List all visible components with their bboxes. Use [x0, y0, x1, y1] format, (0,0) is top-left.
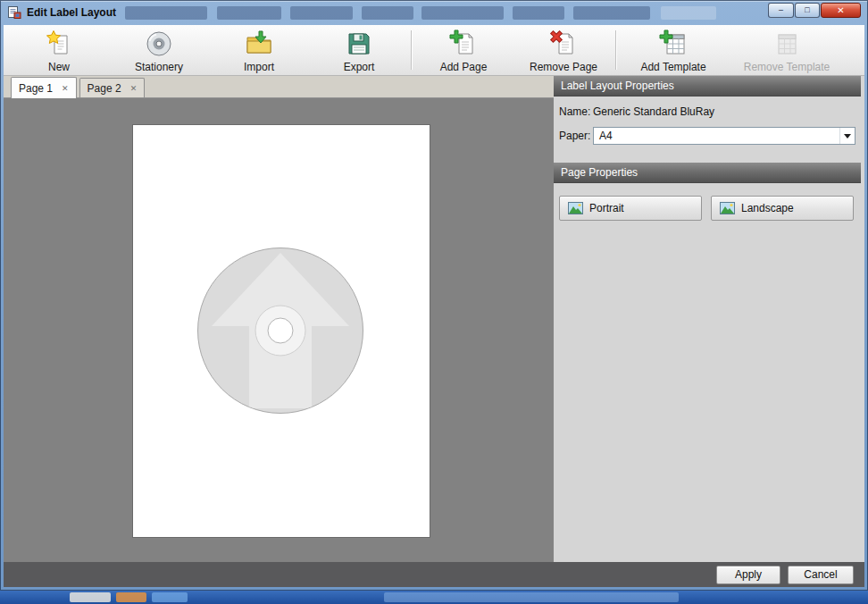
add-template-icon: [659, 29, 688, 58]
toolbar-separator: [411, 30, 412, 70]
toolbar-button-import[interactable]: Import: [209, 25, 309, 75]
screen: Edit Label Layout – □ ✕: [0, 0, 868, 604]
portrait-label: Portrait: [589, 202, 624, 214]
titlebar[interactable]: Edit Label Layout – □ ✕: [0, 0, 868, 25]
paper-select[interactable]: A4: [593, 127, 855, 145]
export-icon: [345, 29, 373, 58]
titlebar-glass-blur: [421, 6, 504, 20]
toolbar-button-remove-template: Remove Template: [729, 25, 845, 75]
new-icon: [45, 29, 73, 58]
chevron-down-icon: [844, 134, 851, 138]
toolbar-label: Stationery: [135, 61, 183, 73]
toolbar-button-remove-page[interactable]: Remove Page: [513, 25, 613, 75]
titlebar-glass-blur: [661, 6, 716, 20]
disc-label-preview[interactable]: [196, 246, 365, 415]
tab-close-icon[interactable]: ✕: [62, 84, 69, 93]
import-icon: [245, 29, 273, 58]
toolbar-label: Remove Page: [530, 61, 597, 73]
titlebar-glass-blur: [573, 6, 650, 20]
toolbar-label: New: [48, 61, 70, 73]
toolbar-label: Remove Template: [744, 61, 830, 73]
minimize-button[interactable]: –: [768, 3, 794, 18]
name-label: Name:: [559, 105, 593, 118]
maximize-button[interactable]: □: [795, 3, 820, 18]
main-area: Page 1 ✕ Page 2 ✕: [4, 76, 864, 562]
taskbar-window-blur: [384, 592, 679, 602]
cancel-button[interactable]: Cancel: [788, 566, 854, 584]
paper-select-value: A4: [599, 130, 613, 142]
toolbar-label: Export: [344, 61, 375, 73]
toolbar: New Stationery: [4, 25, 864, 76]
add-page-icon: [449, 29, 478, 58]
close-button[interactable]: ✕: [821, 3, 861, 18]
canvas-area: [4, 98, 554, 562]
label-layout-properties-header: Label Layout Properties: [554, 76, 861, 96]
toolbar-button-new[interactable]: New: [9, 25, 109, 75]
remove-template-icon: [772, 29, 801, 58]
paper-row: Paper: A4: [559, 127, 859, 145]
page-editor-column: Page 1 ✕ Page 2 ✕: [4, 76, 554, 562]
titlebar-glass-blur: [362, 6, 413, 20]
toolbar-label: Import: [244, 61, 274, 73]
page-preview: [133, 125, 430, 537]
remove-page-icon: [549, 29, 578, 58]
dropdown-arrow-zone: [839, 128, 855, 144]
toolbar-button-export[interactable]: Export: [309, 25, 409, 75]
name-value: Generic Standard BluRay: [593, 105, 714, 118]
dialog-button-bar: Apply Cancel: [4, 562, 864, 587]
window-title: Edit Label Layout: [27, 6, 116, 19]
tab-page-2[interactable]: Page 2 ✕: [79, 78, 146, 97]
tab-bar: Page 1 ✕ Page 2 ✕: [4, 76, 554, 98]
tab-close-icon[interactable]: ✕: [130, 84, 138, 93]
app-icon: [7, 5, 21, 20]
window-controls: – □ ✕: [768, 3, 861, 18]
tab-label: Page 2: [88, 82, 121, 95]
edit-label-layout-window: Edit Label Layout – □ ✕: [0, 0, 868, 591]
landscape-label: Landscape: [741, 202, 794, 214]
page-properties-header: Page Properties: [554, 163, 861, 183]
titlebar-glass-blur: [217, 6, 281, 20]
landscape-button[interactable]: Landscape: [711, 196, 854, 221]
taskbar-window-blur: [70, 592, 111, 602]
toolbar-label: Add Template: [640, 61, 705, 73]
toolbar-button-add-template[interactable]: Add Template: [618, 25, 729, 75]
taskbar-window-blur: [152, 592, 188, 602]
orientation-row: Portrait Landscape: [559, 196, 859, 221]
apply-button[interactable]: Apply: [716, 566, 780, 584]
properties-panel: Label Layout Properties Name: Generic St…: [554, 76, 864, 562]
tab-label: Page 1: [19, 82, 53, 95]
paper-label: Paper:: [559, 130, 593, 142]
toolbar-separator: [615, 30, 616, 70]
tab-page-1[interactable]: Page 1 ✕: [11, 77, 77, 98]
taskbar[interactable]: [0, 591, 868, 604]
toolbar-label: Add Page: [440, 61, 488, 73]
portrait-button[interactable]: Portrait: [559, 196, 702, 221]
window-content: New Stationery: [4, 25, 864, 587]
titlebar-glass-blur: [125, 6, 207, 20]
landscape-icon: [720, 202, 735, 214]
stationery-icon: [145, 29, 173, 58]
taskbar-window-blur: [116, 592, 146, 602]
name-row: Name: Generic Standard BluRay: [559, 105, 859, 118]
portrait-icon: [568, 202, 583, 214]
toolbar-button-add-page[interactable]: Add Page: [413, 25, 513, 75]
titlebar-glass-blur: [513, 6, 564, 20]
toolbar-button-stationery[interactable]: Stationery: [109, 25, 209, 75]
titlebar-glass-blur: [290, 6, 353, 20]
